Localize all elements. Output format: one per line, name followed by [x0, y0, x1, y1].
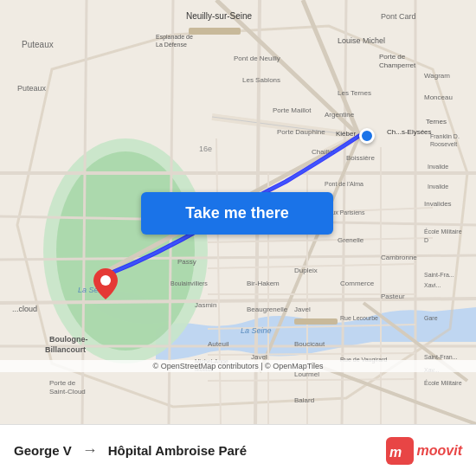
svg-text:Esplanade de: Esplanade de — [156, 34, 193, 41]
svg-text:Grenelle: Grenelle — [338, 236, 364, 244]
moovit-icon: m — [386, 437, 414, 465]
svg-text:Saint-Fra...: Saint-Fra... — [424, 272, 454, 278]
svg-text:Gare: Gare — [424, 315, 438, 321]
svg-text:m: m — [389, 445, 402, 460]
svg-text:Invalide: Invalide — [428, 164, 448, 170]
svg-text:Monceau: Monceau — [424, 93, 453, 101]
svg-text:Chaillot: Chaillot — [312, 148, 335, 156]
svg-text:Les Sablons: Les Sablons — [242, 76, 280, 84]
svg-text:École Militaire: École Militaire — [424, 379, 462, 386]
origin-marker — [359, 128, 375, 144]
svg-text:Roosevelt: Roosevelt — [430, 141, 457, 147]
svg-text:Porte Dauphine: Porte Dauphine — [277, 128, 325, 136]
svg-text:Cambronne: Cambronne — [381, 254, 417, 261]
svg-text:Porte de: Porte de — [379, 53, 406, 61]
svg-text:Puteaux: Puteaux — [22, 40, 54, 49]
svg-text:Javel: Javel — [294, 306, 311, 313]
origin-station: George V — [14, 443, 72, 458]
svg-text:Franklin D.: Franklin D. — [430, 133, 460, 139]
svg-text:Auteuil: Auteuil — [208, 340, 229, 348]
svg-text:Saint-Cloud: Saint-Cloud — [49, 388, 86, 396]
svg-text:Wagram: Wagram — [424, 72, 450, 80]
svg-text:Pasteur: Pasteur — [381, 293, 405, 300]
svg-text:Boucicaut: Boucicaut — [294, 340, 325, 348]
svg-text:Balard: Balard — [294, 396, 314, 404]
svg-text:...cloud: ...cloud — [12, 305, 37, 313]
svg-text:Pont de Neuilly: Pont de Neuilly — [234, 55, 280, 62]
svg-text:Commerce: Commerce — [340, 280, 375, 287]
svg-text:Jasmin: Jasmin — [195, 301, 216, 309]
svg-text:Puteaux: Puteaux — [17, 84, 47, 93]
moovit-brand-text: moovit — [417, 443, 462, 459]
svg-text:Pont de l'Alma: Pont de l'Alma — [325, 181, 363, 187]
svg-text:Champerret: Champerret — [379, 61, 416, 69]
svg-text:Porte Maillot: Porte Maillot — [273, 106, 312, 114]
svg-text:Boissière: Boissière — [346, 154, 375, 162]
svg-point-2 — [56, 151, 195, 351]
svg-text:Boulogne-: Boulogne- — [49, 335, 88, 344]
app: Puteaux Neuilly-sur-Seine Pont Card Espl… — [0, 0, 476, 476]
svg-text:Dupleix: Dupleix — [294, 267, 318, 274]
svg-text:Beaugrenelle: Beaugrenelle — [247, 306, 288, 313]
direction-arrow-icon: → — [82, 441, 98, 460]
svg-text:Ch...s-Elysées: Ch...s-Elysées — [387, 128, 432, 136]
svg-text:École Militaire: École Militaire — [424, 228, 462, 235]
svg-text:Les Ternes: Les Ternes — [338, 89, 371, 97]
svg-text:Porte de: Porte de — [49, 379, 76, 387]
svg-text:Bir-Hakem: Bir-Hakem — [247, 280, 280, 287]
destination-station: Hôpital Ambroise Paré — [108, 443, 247, 458]
svg-text:Argentine: Argentine — [325, 111, 355, 119]
svg-text:D: D — [424, 237, 428, 243]
bottom-bar: George V → Hôpital Ambroise Paré m moovi… — [0, 424, 476, 476]
svg-text:Xavi...: Xavi... — [424, 282, 441, 288]
map-container: Puteaux Neuilly-sur-Seine Pont Card Espl… — [0, 0, 476, 424]
svg-text:Ternes: Ternes — [426, 118, 447, 125]
moovit-logo: m moovit — [386, 437, 462, 465]
svg-text:Invalide: Invalide — [428, 183, 448, 190]
svg-text:Rue Lecourbe: Rue Lecourbe — [340, 315, 378, 321]
svg-text:Boulainvilliers: Boulainvilliers — [170, 280, 208, 286]
svg-rect-33 — [189, 28, 241, 35]
svg-text:Neuilly-sur-Seine: Neuilly-sur-Seine — [186, 11, 253, 21]
svg-text:La Défense: La Défense — [156, 42, 187, 48]
svg-text:Invalides: Invalides — [424, 200, 452, 208]
svg-text:16e: 16e — [199, 145, 212, 153]
destination-marker — [93, 268, 118, 299]
svg-text:Billancourt: Billancourt — [45, 345, 86, 354]
svg-point-101 — [100, 275, 111, 286]
svg-text:Pont Card: Pont Card — [381, 12, 416, 21]
svg-rect-34 — [294, 318, 338, 325]
svg-text:Louise Michel: Louise Michel — [338, 36, 385, 45]
svg-text:Saint-Fran...: Saint-Fran... — [424, 354, 458, 360]
take-me-there-button[interactable]: Take me there — [141, 192, 333, 235]
svg-text:La Seine: La Seine — [241, 326, 272, 335]
svg-text:Passy: Passy — [177, 258, 196, 266]
svg-text:Kléber: Kléber — [336, 130, 356, 138]
map-attribution: © OpenStreetMap contributors | © OpenMap… — [0, 360, 476, 372]
